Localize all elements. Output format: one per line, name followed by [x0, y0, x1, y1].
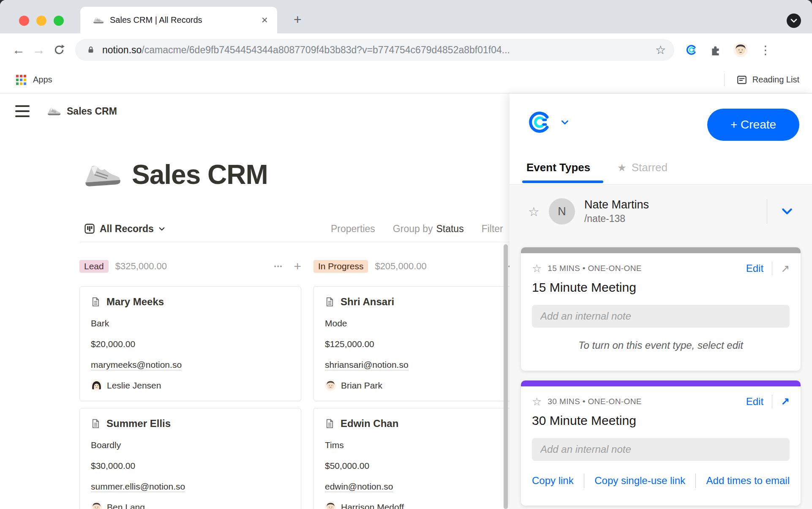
contact-name: Shri Ansari: [341, 296, 394, 308]
forward-button[interactable]: →: [29, 43, 49, 57]
star-icon[interactable]: ☆: [528, 204, 540, 219]
amount-value: $50,000.00: [325, 461, 524, 471]
star-icon[interactable]: ☆: [532, 395, 542, 408]
calendly-header: + Create Event Types ★ Starred: [510, 93, 812, 185]
status-badge[interactable]: In Progress: [313, 260, 368, 273]
owner-name: Ben Lang: [107, 502, 145, 509]
page-icon: [325, 418, 335, 429]
page-icon-sneaker-icon[interactable]: [83, 161, 122, 189]
user-slug: /nate-138: [584, 213, 649, 224]
company-value: Tims: [325, 440, 524, 450]
filter-button[interactable]: Filter: [482, 223, 503, 235]
group-by-button[interactable]: Group byStatus: [393, 223, 464, 235]
page-scrollbar[interactable]: [504, 244, 508, 509]
star-icon[interactable]: ☆: [532, 262, 542, 275]
event-meta: 15 MINS • ONE-ON-ONE: [548, 264, 642, 273]
reading-list-button[interactable]: Reading List: [752, 75, 799, 85]
email-link[interactable]: edwin@notion.so: [325, 482, 393, 492]
calendly-logo-icon: [526, 109, 553, 136]
profile-avatar[interactable]: [733, 43, 748, 57]
column-menu-icon[interactable]: •••: [274, 263, 283, 270]
apps-grid-icon[interactable]: [16, 75, 26, 85]
back-button[interactable]: ←: [8, 43, 29, 57]
copy-single-use-link-button[interactable]: Copy single-use link: [594, 475, 685, 487]
crm-card[interactable]: Shri Ansari Mode $125,000.00 shriansari@…: [313, 286, 535, 401]
crm-card[interactable]: Summer Ellis Boardly $30,000.00 summer.e…: [79, 408, 301, 509]
email-link[interactable]: marymeeks@notion.so: [91, 360, 182, 370]
edit-link[interactable]: Edit: [746, 263, 763, 274]
add-times-to-email-button[interactable]: Add times to email: [706, 475, 790, 487]
calendly-body: ☆ N Nate Martins /nate-138: [510, 185, 812, 509]
event-hint: To turn on this event type, select edit: [532, 339, 790, 351]
collapse-chevron-icon[interactable]: [782, 208, 793, 215]
lock-icon: [86, 45, 95, 55]
active-tab-underline: [522, 181, 603, 183]
tab-strip: Sales CRM | All Records × +: [0, 0, 812, 33]
tab-title: Sales CRM | All Records: [110, 15, 262, 25]
event-meta-row: ☆ 15 MINS • ONE-ON-ONE Edit ↗: [532, 262, 790, 275]
event-type-card-15min[interactable]: ☆ 15 MINS • ONE-ON-ONE Edit ↗ 15 Minute …: [521, 247, 801, 371]
internal-note-input[interactable]: [532, 305, 790, 328]
crm-card[interactable]: Edwin Chan Tims $50,000.00 edwin@notion.…: [313, 408, 535, 509]
new-tab-button[interactable]: +: [294, 13, 302, 26]
user-avatar: N: [549, 198, 575, 224]
properties-button[interactable]: Properties: [331, 223, 375, 235]
email-link[interactable]: summer.ellis@notion.so: [91, 482, 185, 492]
open-external-icon[interactable]: ↗: [781, 263, 790, 275]
window-minimize-button[interactable]: [36, 16, 46, 26]
bookmark-star-icon[interactable]: ☆: [655, 43, 666, 57]
tab-event-types[interactable]: Event Types: [526, 161, 590, 174]
hamburger-menu-icon[interactable]: [15, 105, 30, 117]
page-content: Sales CRM Sales CRM All Records Properti…: [0, 93, 812, 509]
internal-note-input[interactable]: [532, 438, 790, 461]
email-link[interactable]: shriansari@notion.so: [325, 360, 409, 370]
crm-card[interactable]: Mary Meeks Bark $20,000.00 marymeeks@not…: [79, 286, 301, 401]
window-close-button[interactable]: [19, 16, 29, 26]
card-title-row: Edwin Chan: [325, 418, 524, 430]
divider: [584, 473, 584, 488]
reload-button[interactable]: [49, 44, 69, 56]
divider: [772, 395, 772, 408]
card-title-row: Mary Meeks: [91, 296, 290, 308]
window-zoom-button[interactable]: [54, 16, 64, 26]
company-value: Bark: [91, 318, 290, 328]
tab-starred[interactable]: ★ Starred: [617, 161, 668, 174]
workspace-title-row[interactable]: Sales CRM: [47, 106, 117, 117]
divider: [695, 473, 696, 488]
calendly-account-menu[interactable]: [526, 109, 569, 136]
owner-avatar: [325, 501, 336, 509]
browser-tab[interactable]: Sales CRM | All Records ×: [80, 7, 277, 33]
event-color-bar: [521, 380, 801, 386]
extensions-puzzle-icon[interactable]: [710, 44, 722, 56]
status-badge[interactable]: Lead: [79, 260, 109, 273]
event-type-card-30min[interactable]: ☆ 30 MINS • ONE-ON-ONE Edit ↗ 30 Minute …: [521, 380, 801, 506]
add-card-button[interactable]: +: [294, 259, 301, 274]
owner-name: Brian Park: [341, 380, 382, 391]
create-button[interactable]: + Create: [707, 109, 799, 141]
tab-search-button[interactable]: [787, 14, 801, 28]
apps-shortcut[interactable]: Apps: [33, 75, 52, 85]
url-bar[interactable]: notion.so/camacme/6de9fb7454454344a80877…: [75, 39, 674, 61]
calendly-extension-icon[interactable]: [685, 44, 698, 56]
card-title-row: Shri Ansari: [325, 296, 524, 308]
reading-list-icon: [736, 74, 747, 85]
divider: [772, 262, 772, 275]
tab-close-icon[interactable]: ×: [262, 14, 268, 27]
copy-link-button[interactable]: Copy link: [532, 475, 574, 487]
user-row: ☆ N Nate Martins /nate-138: [528, 198, 797, 224]
toolbar-actions: Properties Group byStatus Filter: [331, 223, 503, 235]
column-header: Lead $325,000.00 ••• +: [79, 259, 301, 274]
event-meta-row: ☆ 30 MINS • ONE-ON-ONE Edit ↗: [532, 395, 790, 408]
url-path: /camacme/6de9fb7454454344a8087709f4b3b83…: [142, 44, 510, 55]
edit-link[interactable]: Edit: [746, 396, 763, 408]
note-field-wrap: [532, 305, 790, 328]
column-header: In Progress $205,000.00 ••• +: [313, 259, 535, 274]
tab-favicon-sneaker-icon: [93, 16, 104, 24]
event-title: 30 Minute Meeting: [532, 413, 790, 428]
browser-menu-icon[interactable]: ⋮: [760, 43, 771, 57]
page-title[interactable]: Sales CRM: [132, 161, 268, 188]
view-selector[interactable]: All Records: [84, 223, 165, 235]
url-text: notion.so/camacme/6de9fb7454454344a80877…: [102, 44, 655, 56]
open-external-icon[interactable]: ↗: [781, 396, 790, 408]
calendly-panel: + Create Event Types ★ Starred ☆ N Nate …: [510, 93, 812, 509]
